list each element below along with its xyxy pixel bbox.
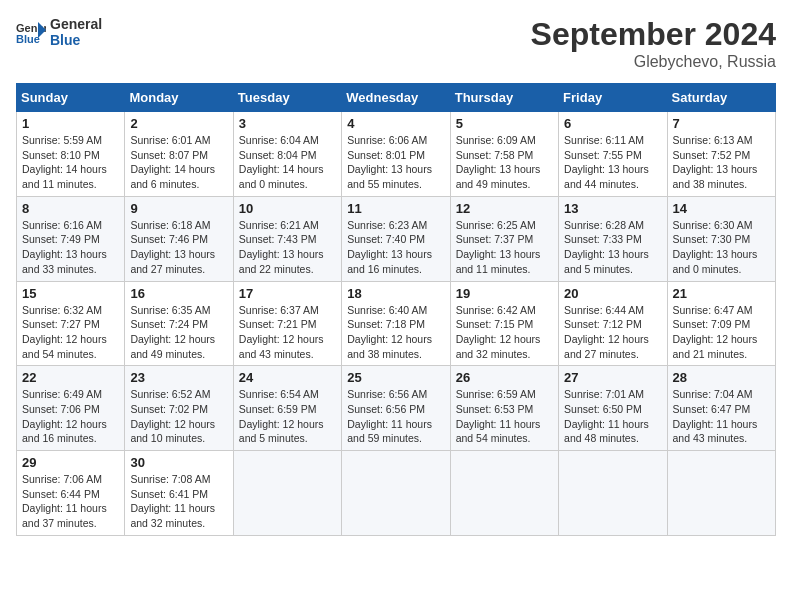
day-number: 2 xyxy=(130,116,227,131)
weekday-header-thursday: Thursday xyxy=(450,84,558,112)
calendar-cell: 23Sunrise: 6:52 AMSunset: 7:02 PMDayligh… xyxy=(125,366,233,451)
day-info: Sunrise: 6:49 AMSunset: 7:06 PMDaylight:… xyxy=(22,387,119,446)
day-number: 30 xyxy=(130,455,227,470)
day-number: 16 xyxy=(130,286,227,301)
weekday-header-saturday: Saturday xyxy=(667,84,775,112)
day-info: Sunrise: 6:47 AMSunset: 7:09 PMDaylight:… xyxy=(673,303,770,362)
day-number: 27 xyxy=(564,370,661,385)
calendar-cell: 4Sunrise: 6:06 AMSunset: 8:01 PMDaylight… xyxy=(342,112,450,197)
day-info: Sunrise: 7:01 AMSunset: 6:50 PMDaylight:… xyxy=(564,387,661,446)
calendar-cell: 22Sunrise: 6:49 AMSunset: 7:06 PMDayligh… xyxy=(17,366,125,451)
calendar-cell xyxy=(450,451,558,536)
calendar-cell: 3Sunrise: 6:04 AMSunset: 8:04 PMDaylight… xyxy=(233,112,341,197)
day-number: 24 xyxy=(239,370,336,385)
day-info: Sunrise: 6:04 AMSunset: 8:04 PMDaylight:… xyxy=(239,133,336,192)
day-number: 4 xyxy=(347,116,444,131)
day-info: Sunrise: 6:09 AMSunset: 7:58 PMDaylight:… xyxy=(456,133,553,192)
calendar-cell xyxy=(559,451,667,536)
day-number: 1 xyxy=(22,116,119,131)
calendar-cell: 8Sunrise: 6:16 AMSunset: 7:49 PMDaylight… xyxy=(17,196,125,281)
day-info: Sunrise: 6:01 AMSunset: 8:07 PMDaylight:… xyxy=(130,133,227,192)
day-info: Sunrise: 6:35 AMSunset: 7:24 PMDaylight:… xyxy=(130,303,227,362)
calendar-week-row: 8Sunrise: 6:16 AMSunset: 7:49 PMDaylight… xyxy=(17,196,776,281)
day-number: 3 xyxy=(239,116,336,131)
calendar-cell: 27Sunrise: 7:01 AMSunset: 6:50 PMDayligh… xyxy=(559,366,667,451)
day-number: 21 xyxy=(673,286,770,301)
calendar-cell: 24Sunrise: 6:54 AMSunset: 6:59 PMDayligh… xyxy=(233,366,341,451)
title-section: September 2024 Glebychevo, Russia xyxy=(531,16,776,71)
day-info: Sunrise: 6:40 AMSunset: 7:18 PMDaylight:… xyxy=(347,303,444,362)
day-number: 13 xyxy=(564,201,661,216)
day-info: Sunrise: 6:44 AMSunset: 7:12 PMDaylight:… xyxy=(564,303,661,362)
calendar-cell: 15Sunrise: 6:32 AMSunset: 7:27 PMDayligh… xyxy=(17,281,125,366)
calendar-body: 1Sunrise: 5:59 AMSunset: 8:10 PMDaylight… xyxy=(17,112,776,536)
logo-text-blue: Blue xyxy=(50,32,102,48)
day-info: Sunrise: 6:56 AMSunset: 6:56 PMDaylight:… xyxy=(347,387,444,446)
day-info: Sunrise: 6:25 AMSunset: 7:37 PMDaylight:… xyxy=(456,218,553,277)
day-number: 14 xyxy=(673,201,770,216)
calendar-cell: 18Sunrise: 6:40 AMSunset: 7:18 PMDayligh… xyxy=(342,281,450,366)
day-number: 9 xyxy=(130,201,227,216)
calendar-cell xyxy=(667,451,775,536)
day-info: Sunrise: 6:06 AMSunset: 8:01 PMDaylight:… xyxy=(347,133,444,192)
calendar-week-row: 1Sunrise: 5:59 AMSunset: 8:10 PMDaylight… xyxy=(17,112,776,197)
day-number: 8 xyxy=(22,201,119,216)
day-number: 10 xyxy=(239,201,336,216)
calendar-cell: 10Sunrise: 6:21 AMSunset: 7:43 PMDayligh… xyxy=(233,196,341,281)
calendar-cell: 25Sunrise: 6:56 AMSunset: 6:56 PMDayligh… xyxy=(342,366,450,451)
day-info: Sunrise: 6:54 AMSunset: 6:59 PMDaylight:… xyxy=(239,387,336,446)
weekday-header-tuesday: Tuesday xyxy=(233,84,341,112)
calendar-cell: 1Sunrise: 5:59 AMSunset: 8:10 PMDaylight… xyxy=(17,112,125,197)
calendar-cell: 30Sunrise: 7:08 AMSunset: 6:41 PMDayligh… xyxy=(125,451,233,536)
calendar-cell: 16Sunrise: 6:35 AMSunset: 7:24 PMDayligh… xyxy=(125,281,233,366)
day-info: Sunrise: 6:13 AMSunset: 7:52 PMDaylight:… xyxy=(673,133,770,192)
calendar-cell: 12Sunrise: 6:25 AMSunset: 7:37 PMDayligh… xyxy=(450,196,558,281)
calendar-cell: 5Sunrise: 6:09 AMSunset: 7:58 PMDaylight… xyxy=(450,112,558,197)
day-info: Sunrise: 6:18 AMSunset: 7:46 PMDaylight:… xyxy=(130,218,227,277)
day-number: 12 xyxy=(456,201,553,216)
calendar-cell: 21Sunrise: 6:47 AMSunset: 7:09 PMDayligh… xyxy=(667,281,775,366)
day-info: Sunrise: 6:37 AMSunset: 7:21 PMDaylight:… xyxy=(239,303,336,362)
day-info: Sunrise: 6:30 AMSunset: 7:30 PMDaylight:… xyxy=(673,218,770,277)
day-info: Sunrise: 7:04 AMSunset: 6:47 PMDaylight:… xyxy=(673,387,770,446)
day-info: Sunrise: 7:08 AMSunset: 6:41 PMDaylight:… xyxy=(130,472,227,531)
day-info: Sunrise: 6:23 AMSunset: 7:40 PMDaylight:… xyxy=(347,218,444,277)
weekday-header-friday: Friday xyxy=(559,84,667,112)
weekday-header-sunday: Sunday xyxy=(17,84,125,112)
calendar-cell: 17Sunrise: 6:37 AMSunset: 7:21 PMDayligh… xyxy=(233,281,341,366)
day-number: 17 xyxy=(239,286,336,301)
svg-text:Blue: Blue xyxy=(16,33,40,44)
month-title: September 2024 xyxy=(531,16,776,53)
calendar-cell xyxy=(233,451,341,536)
day-info: Sunrise: 6:16 AMSunset: 7:49 PMDaylight:… xyxy=(22,218,119,277)
day-number: 19 xyxy=(456,286,553,301)
calendar-cell: 19Sunrise: 6:42 AMSunset: 7:15 PMDayligh… xyxy=(450,281,558,366)
logo-text-general: General xyxy=(50,16,102,32)
day-number: 22 xyxy=(22,370,119,385)
day-number: 5 xyxy=(456,116,553,131)
weekday-header-monday: Monday xyxy=(125,84,233,112)
calendar-cell: 9Sunrise: 6:18 AMSunset: 7:46 PMDaylight… xyxy=(125,196,233,281)
day-info: Sunrise: 6:42 AMSunset: 7:15 PMDaylight:… xyxy=(456,303,553,362)
logo-icon: General Blue xyxy=(16,20,46,44)
calendar-cell: 28Sunrise: 7:04 AMSunset: 6:47 PMDayligh… xyxy=(667,366,775,451)
day-info: Sunrise: 6:11 AMSunset: 7:55 PMDaylight:… xyxy=(564,133,661,192)
calendar-cell: 7Sunrise: 6:13 AMSunset: 7:52 PMDaylight… xyxy=(667,112,775,197)
day-info: Sunrise: 6:52 AMSunset: 7:02 PMDaylight:… xyxy=(130,387,227,446)
calendar-cell: 20Sunrise: 6:44 AMSunset: 7:12 PMDayligh… xyxy=(559,281,667,366)
day-number: 28 xyxy=(673,370,770,385)
day-info: Sunrise: 7:06 AMSunset: 6:44 PMDaylight:… xyxy=(22,472,119,531)
day-info: Sunrise: 5:59 AMSunset: 8:10 PMDaylight:… xyxy=(22,133,119,192)
calendar-cell xyxy=(342,451,450,536)
location-title: Glebychevo, Russia xyxy=(531,53,776,71)
calendar-week-row: 29Sunrise: 7:06 AMSunset: 6:44 PMDayligh… xyxy=(17,451,776,536)
calendar-cell: 13Sunrise: 6:28 AMSunset: 7:33 PMDayligh… xyxy=(559,196,667,281)
day-number: 26 xyxy=(456,370,553,385)
calendar-cell: 2Sunrise: 6:01 AMSunset: 8:07 PMDaylight… xyxy=(125,112,233,197)
calendar-cell: 26Sunrise: 6:59 AMSunset: 6:53 PMDayligh… xyxy=(450,366,558,451)
calendar-cell: 6Sunrise: 6:11 AMSunset: 7:55 PMDaylight… xyxy=(559,112,667,197)
day-number: 11 xyxy=(347,201,444,216)
day-info: Sunrise: 6:59 AMSunset: 6:53 PMDaylight:… xyxy=(456,387,553,446)
calendar-table: SundayMondayTuesdayWednesdayThursdayFrid… xyxy=(16,83,776,536)
day-number: 15 xyxy=(22,286,119,301)
